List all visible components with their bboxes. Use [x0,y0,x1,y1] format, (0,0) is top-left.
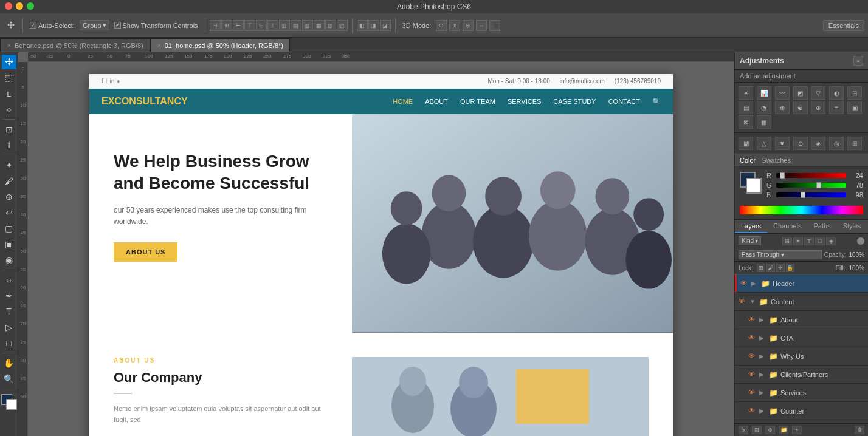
align-left[interactable]: ⊣ [210,20,221,31]
expand-cta1[interactable]: ▶ [759,335,766,342]
tab-behance[interactable]: ✕ Behance.psd @ 50% (Rectangle 3, RGB/8) [0,38,150,52]
layer-whyus[interactable]: 👁 ▶ 📁 Why Us [735,347,868,366]
history-brush[interactable]: ↩ [2,205,16,220]
blend-mode-select[interactable]: Pass Through ▾ [739,250,822,259]
arrange2[interactable]: ◨ [368,20,379,31]
filter-type[interactable]: T [804,237,814,245]
g-slider[interactable] [776,183,846,188]
facebook-icon[interactable]: f [102,78,103,84]
path-tool[interactable]: ▷ [2,320,16,335]
expand-counter[interactable]: ▶ [759,407,766,415]
lock-pixel[interactable]: 🖌 [766,264,775,272]
adj-extra1[interactable]: ▩ [739,137,753,150]
adj-channelmixer[interactable]: ⊕ [775,101,790,114]
r-thumb[interactable] [780,172,785,179]
adj-extra5[interactable]: ◈ [811,137,825,150]
expand-about[interactable]: ▶ [759,316,766,324]
channels-tab[interactable]: Channels [767,220,807,233]
close-button[interactable] [5,2,12,10]
adj-brightness[interactable]: ☀ [739,86,753,100]
nav-contact[interactable]: CONTACT [608,98,640,105]
adj-hsl[interactable]: ◐ [829,86,844,100]
lock-transparent[interactable]: ⊞ [757,264,765,272]
expand-content[interactable]: ▼ [749,298,757,305]
styles-tab[interactable]: Styles [837,220,867,233]
r-slider[interactable] [776,173,846,178]
instagram-icon[interactable]: ♦ [117,78,120,84]
adj-selectivecolor[interactable]: ▦ [757,115,771,129]
minimize-button[interactable] [16,2,23,10]
eye-services[interactable]: 👁 [748,389,757,397]
eye-content[interactable]: 👁 [739,298,747,306]
align-right[interactable]: ⊢ [233,20,244,31]
align-center-h[interactable]: ⊞ [221,20,232,31]
nav-case-study[interactable]: CASE STUDY [553,98,596,105]
linkedin-icon[interactable]: in [110,78,115,84]
essentials-button[interactable]: Essentials [823,20,864,31]
filter-pixel[interactable]: ⊞ [782,237,792,245]
adj-colorbalance[interactable]: ⊟ [847,86,862,100]
layer-group-btn[interactable]: 📁 [779,426,788,434]
zoom-tool[interactable]: 🔍 [2,372,16,386]
layer-services[interactable]: 👁 ▶ 📁 Services [735,384,868,402]
panel-icon-1[interactable]: ≡ [853,56,863,66]
arrange1[interactable]: ◧ [357,20,368,31]
eye-cta1[interactable]: 👁 [748,334,757,342]
adj-vibrance[interactable]: ▽ [811,86,825,100]
b-slider[interactable] [776,192,846,197]
transform-check[interactable] [114,22,121,29]
expand-whyus[interactable]: ▶ [759,353,766,360]
layer-style-btn[interactable]: fx [739,426,748,434]
kind-filter[interactable]: Kind ▾ [739,236,761,245]
tab-close-behance[interactable]: ✕ [7,43,12,49]
3d-icon1[interactable]: ⊙ [436,20,447,31]
layers-tab[interactable]: Layers [735,220,767,233]
adj-bw[interactable]: ▤ [739,101,753,114]
layer-clients[interactable]: 👁 ▶ 📁 Clients/Partners [735,366,868,384]
hand-tool[interactable]: ✋ [2,356,16,370]
color-spectrum[interactable] [740,206,863,214]
layer-delete-btn[interactable]: 🗑 [855,426,864,434]
distribute-v1[interactable]: ▥ [302,20,313,31]
layer-about[interactable]: 👁 ▶ 📁 About [735,311,868,329]
background-color[interactable] [6,399,17,410]
distribute-v3[interactable]: ▧ [325,20,336,31]
3d-icon4[interactable]: ↔ [476,20,487,31]
shape-tool[interactable]: □ [2,336,16,350]
clone-stamp[interactable]: ⊕ [2,189,16,204]
distribute-v4[interactable]: ▨ [337,20,348,31]
color-tab[interactable]: Color [740,157,756,164]
eraser-tool[interactable]: ▢ [2,221,16,236]
rectangle-select-tool[interactable]: ⬚ [2,70,16,85]
filter-adj[interactable]: ☀ [793,237,803,245]
nav-search[interactable]: 🔍 [652,98,661,106]
adj-extra4[interactable]: ⊙ [793,137,808,150]
lock-all[interactable]: 🔒 [786,264,794,272]
adj-curves[interactable]: 〰 [775,86,790,100]
g-thumb[interactable] [816,182,821,188]
maximize-button[interactable] [27,2,34,10]
adj-posterize[interactable]: ≡ [829,101,844,114]
auto-select-check[interactable] [30,22,36,29]
layer-cta1[interactable]: 👁 ▶ 📁 CTA [735,329,868,347]
lock-position[interactable]: ✛ [776,264,785,272]
b-thumb[interactable] [801,192,805,198]
expand-clients[interactable]: ▶ [759,371,766,378]
eye-whyus[interactable]: 👁 [748,352,757,361]
eye-clients[interactable]: 👁 [748,370,757,379]
adj-extra2[interactable]: △ [757,137,771,150]
show-transform-controls[interactable]: Show Transform Controls [112,21,201,30]
color-swatches[interactable] [1,394,17,410]
distribute-h2[interactable]: ▤ [291,20,301,31]
layer-adj-btn[interactable]: ⊕ [765,426,775,434]
adj-levels[interactable]: 📊 [757,86,771,100]
nav-home[interactable]: HOME [393,98,413,105]
hero-cta-button[interactable]: ABOUT US [114,242,177,262]
canvas-scroll-area[interactable]: f t in ♦ Mon - Sat: 9:00 - 18:00 info@mu… [28,62,734,436]
social-icons[interactable]: f t in ♦ [102,78,120,84]
lasso-tool[interactable]: ʟ [2,86,16,101]
type-tool[interactable]: T [2,304,16,319]
nav-services[interactable]: SERVICES [508,98,541,105]
filter-toggle[interactable] [857,237,864,245]
adj-extra6[interactable]: ◎ [829,137,844,150]
